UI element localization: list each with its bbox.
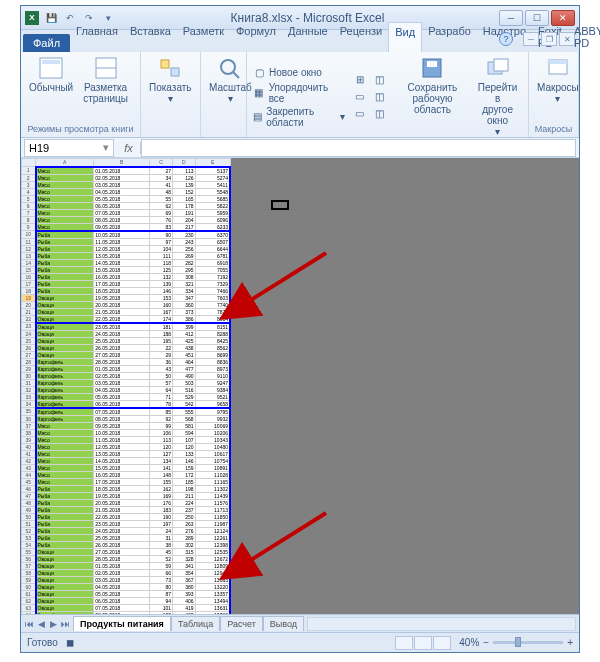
cell[interactable]: 406 [172,597,195,604]
cell[interactable]: Мясо [36,167,94,175]
cell[interactable]: 125 [150,266,173,273]
cell[interactable]: Мясо [36,457,94,464]
cell[interactable]: 9247 [195,379,230,386]
zoom-slider[interactable] [493,641,563,644]
cell[interactable]: 7466 [195,287,230,294]
row-header[interactable]: 58 [22,569,36,576]
row-header[interactable]: 14 [22,259,36,266]
cell[interactable]: 10343 [195,436,230,443]
cell[interactable]: 237 [172,506,195,513]
cell[interactable]: 12.05.2018 [94,245,150,252]
cell[interactable]: 8836 [195,358,230,365]
cell[interactable]: 99 [150,422,173,429]
cell[interactable]: Рыба [36,231,94,239]
cell[interactable]: 5959 [195,209,230,216]
cell[interactable]: 64 [150,386,173,393]
cell[interactable]: 17.05.2018 [94,280,150,287]
cell[interactable]: 9521 [195,393,230,400]
cell[interactable]: 5137 [195,167,230,175]
cell[interactable]: 01.05.2018 [94,167,150,175]
cell[interactable]: 09.05.2018 [94,223,150,231]
row-header[interactable]: 26 [22,344,36,351]
cell[interactable]: 354 [172,569,195,576]
cell[interactable]: 19.05.2018 [94,294,150,301]
cell[interactable]: 139 [172,181,195,188]
hide-button[interactable]: ▭ [353,89,367,105]
cell[interactable]: Мясо [36,202,94,209]
row-header[interactable]: 51 [22,520,36,527]
cell[interactable]: 160 [150,301,173,308]
cell[interactable]: 87 [150,590,173,597]
qat-save-icon[interactable]: 💾 [43,10,59,26]
sheet-nav-prev-icon[interactable]: ◀ [35,619,47,629]
cell[interactable]: 13357 [195,590,230,597]
cell[interactable]: 03.05.2018 [94,576,150,583]
row-header[interactable]: 59 [22,576,36,583]
cell[interactable]: 107 [172,436,195,443]
cell[interactable]: 16.05.2018 [94,471,150,478]
cell[interactable]: 02.05.2018 [94,174,150,181]
page-layout-button[interactable]: Разметка страницы [80,55,131,122]
cell[interactable]: Мясо [36,478,94,485]
cell[interactable]: 328 [172,555,195,562]
cell[interactable]: 36 [150,358,173,365]
cell[interactable]: 360 [172,301,195,308]
row-header[interactable]: 36 [22,415,36,422]
cell[interactable]: Рыба [36,245,94,252]
cell[interactable]: Овощи [36,337,94,344]
cell[interactable]: 7329 [195,280,230,287]
cell[interactable]: 8973 [195,365,230,372]
cell[interactable]: 373 [172,308,195,315]
cell[interactable]: Рыба [36,266,94,273]
cell[interactable]: 73 [150,576,173,583]
cell[interactable]: Овощи [36,308,94,315]
formula-bar[interactable] [141,139,576,157]
cell[interactable]: 05.05.2018 [94,393,150,400]
cell[interactable]: 308 [172,273,195,280]
cell[interactable]: Мясо [36,471,94,478]
cell[interactable]: 190 [150,513,173,520]
cell[interactable]: 85 [150,408,173,416]
cell[interactable]: 43 [150,365,173,372]
cell[interactable]: 451 [172,351,195,358]
cell[interactable]: 07.05.2018 [94,209,150,216]
cell[interactable]: 13220 [195,583,230,590]
cell[interactable]: 05.05.2018 [94,195,150,202]
cell[interactable]: 23.05.2018 [94,323,150,331]
sheet-tab[interactable]: Вывод [263,616,304,631]
cell[interactable]: Мясо [36,429,94,436]
cell[interactable]: 152 [172,188,195,195]
cell[interactable]: 5274 [195,174,230,181]
cell[interactable]: 197 [150,520,173,527]
cell[interactable]: 13.05.2018 [94,252,150,259]
cell[interactable]: 28.05.2018 [94,555,150,562]
cell[interactable]: Овощи [36,351,94,358]
row-header[interactable]: 33 [22,393,36,400]
cell[interactable]: Рыба [36,541,94,548]
cell[interactable]: 176 [150,499,173,506]
cell[interactable]: 256 [172,245,195,252]
cell[interactable]: 28.05.2018 [94,358,150,365]
cell[interactable]: 31 [150,534,173,541]
row-header[interactable]: 48 [22,499,36,506]
cell[interactable]: 09.05.2018 [94,422,150,429]
cell[interactable]: 12398 [195,541,230,548]
cell[interactable]: 167 [150,308,173,315]
cell[interactable]: 141 [150,464,173,471]
cell[interactable]: 24.05.2018 [94,330,150,337]
cell[interactable]: Овощи [36,590,94,597]
col-header[interactable]: A [36,159,94,167]
sheet-tab[interactable]: Продукты питания [73,616,171,631]
row-header[interactable]: 62 [22,597,36,604]
cell[interactable]: 34 [150,174,173,181]
cell[interactable]: 92 [150,415,173,422]
row-header[interactable]: 1 [22,167,36,175]
cell[interactable]: 217 [172,223,195,231]
row-header[interactable]: 57 [22,562,36,569]
sheet-tab[interactable]: Таблица [171,616,220,631]
cell[interactable]: 11302 [195,485,230,492]
cell[interactable]: 188 [150,330,173,337]
cell[interactable]: 169 [150,492,173,499]
new-window-button[interactable]: ▢Новое окно [252,65,345,81]
cell[interactable]: 27.05.2018 [94,351,150,358]
